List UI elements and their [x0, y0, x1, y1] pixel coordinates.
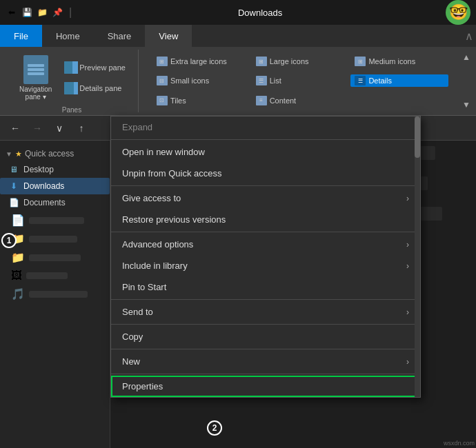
badge-1: 1 — [1, 233, 17, 248]
context-menu-include-library[interactable]: Include in library › — [111, 255, 420, 276]
ribbon-group-panes: Navigationpane ▾ Preview pane Deta — [6, 50, 139, 112]
desktop-icon: 🖥 — [8, 164, 19, 175]
view-extra-large[interactable]: ⊞ Extra large icons — [152, 55, 250, 68]
ribbon-scroll: ▲ ▼ — [462, 50, 470, 112]
navigation-pane-btn[interactable]: Navigationpane ▾ — [14, 52, 57, 103]
context-divider-4 — [111, 299, 420, 300]
give-access-arrow: › — [406, 194, 409, 203]
context-menu-new[interactable]: New › — [111, 351, 420, 372]
tab-view[interactable]: View — [145, 25, 192, 47]
view-details[interactable]: ☰ Details — [350, 74, 448, 87]
sidebar-item-documents[interactable]: 📄 Documents — [0, 194, 110, 211]
title-bar-controls: ⬅ 💾 📁 📌 | — [6, 6, 75, 19]
context-menu-advanced-options[interactable]: Advanced options › — [111, 234, 420, 255]
context-menu-properties[interactable]: Properties — [111, 376, 420, 397]
badge-2: 2 — [207, 420, 222, 436]
context-menu-restore-prev[interactable]: Restore previous versions — [111, 209, 420, 230]
context-scrollbar-thumb — [415, 116, 420, 158]
sidebar-blur-3: 📁 — [0, 248, 110, 267]
include-library-arrow: › — [406, 261, 409, 271]
context-menu: Expand Open in new window Unpin from Qui… — [110, 116, 421, 398]
context-divider-1 — [111, 139, 420, 140]
view-list[interactable]: ☰ List — [252, 74, 350, 87]
sidebar-blur-5: 🎵 — [0, 285, 110, 303]
save-icon[interactable]: 💾 — [21, 6, 33, 19]
ribbon-tabs: File Home Share View ∧ — [0, 25, 476, 47]
forward-btn[interactable]: → — [28, 119, 47, 138]
sidebar-item-downloads[interactable]: ⬇ Downloads — [0, 178, 110, 194]
up-btn[interactable]: ↑ — [72, 119, 91, 138]
context-scrollbar[interactable] — [415, 116, 420, 397]
watermark: wsxdn.com — [444, 440, 475, 447]
window-title: Downloads — [79, 8, 442, 18]
preview-pane-btn[interactable]: Preview pane — [60, 59, 130, 77]
view-tiles[interactable]: ⊡ Tiles — [152, 94, 250, 107]
ribbon-collapse-btn[interactable]: ∧ — [465, 25, 476, 47]
context-menu-unpin[interactable]: Unpin from Quick access — [111, 163, 420, 184]
panes-group-label: Panes — [62, 106, 81, 114]
ribbon-group-layout: ⊞ Extra large icons ⊞ Large icons ⊞ Medi… — [144, 50, 457, 112]
context-menu-expand[interactable]: Expand — [111, 116, 420, 138]
pin-icon[interactable]: 📌 — [51, 6, 63, 19]
context-divider-7 — [111, 374, 420, 374]
sidebar-item-desktop[interactable]: 🖥 Desktop — [0, 161, 110, 178]
context-menu-open-new-window[interactable]: Open in new window — [111, 141, 420, 163]
ribbon-scroll-down[interactable]: ▼ — [462, 100, 470, 110]
avatar: 🤓 — [446, 0, 470, 25]
tab-file[interactable]: File — [0, 25, 42, 47]
context-menu-pin-start[interactable]: Pin to Start — [111, 276, 420, 298]
context-menu-give-access[interactable]: Give access to › — [111, 187, 420, 209]
download-icon: ⬇ — [8, 181, 19, 192]
details-pane-btn[interactable]: Details pane — [60, 79, 130, 97]
sidebar: ▼ ★ Quick access 🖥 Desktop ⬇ Downloads 📄… — [0, 141, 110, 448]
back-btn[interactable]: ← — [6, 119, 25, 138]
view-medium[interactable]: ⊞ Medium icons — [350, 55, 448, 68]
ribbon-scroll-up[interactable]: ▲ — [462, 52, 470, 62]
back-icon[interactable]: ⬅ — [6, 6, 18, 19]
advanced-options-arrow: › — [406, 240, 409, 250]
document-icon: 📄 — [8, 197, 19, 208]
preview-pane-label: Preview pane — [79, 63, 126, 72]
context-menu-send-to[interactable]: Send to › — [111, 301, 420, 323]
context-divider-3 — [111, 232, 420, 232]
sidebar-blur-1: 📄 — [0, 211, 110, 230]
view-large[interactable]: ⊞ Large icons — [252, 55, 350, 68]
tab-home[interactable]: Home — [42, 25, 94, 47]
context-divider-5 — [111, 324, 420, 325]
sidebar-blur-4: 🖼 — [0, 267, 110, 285]
view-small[interactable]: ⊟ Small icons — [152, 74, 250, 87]
context-divider-2 — [111, 185, 420, 186]
context-menu-copy[interactable]: Copy — [111, 326, 420, 347]
recent-btn[interactable]: ∨ — [50, 119, 69, 138]
view-content[interactable]: ≡ Content — [252, 94, 350, 107]
quick-access-header[interactable]: ▼ ★ Quick access — [0, 146, 110, 161]
send-to-arrow: › — [406, 307, 409, 317]
title-bar: ⬅ 💾 📁 📌 | Downloads 🤓 — [0, 0, 476, 25]
tab-share[interactable]: Share — [94, 25, 146, 47]
folder-icon[interactable]: 📁 — [36, 6, 48, 19]
ribbon-content: Navigationpane ▾ Preview pane Deta — [0, 47, 476, 116]
context-divider-6 — [111, 349, 420, 349]
details-pane-label: Details pane — [79, 84, 121, 92]
new-arrow: › — [406, 357, 409, 367]
